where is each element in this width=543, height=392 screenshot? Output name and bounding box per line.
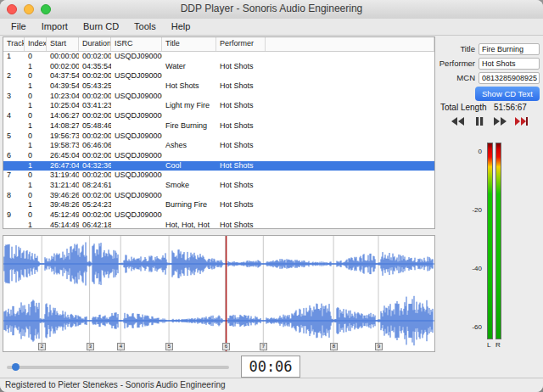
track-row[interactable]: 5019:56:7300:02:00USQDJ0900005 — [3, 132, 434, 142]
track-row[interactable]: 145:14:4906:42:18Hot, Hot, HotHot Shots — [3, 221, 434, 229]
track-row[interactable]: 3010:23:0400:02:00USQDJ0900003 — [3, 92, 434, 102]
minimize-button[interactable] — [24, 4, 34, 14]
pause-icon — [474, 116, 484, 126]
cell-performer — [216, 132, 266, 142]
cell-index: 1 — [25, 200, 47, 210]
cell-performer — [216, 111, 266, 121]
seek-slider-thumb[interactable] — [12, 363, 20, 371]
cell-duration: 00:02:00 — [79, 111, 111, 121]
cell-performer — [216, 191, 266, 201]
cell-filler — [266, 62, 434, 72]
cell-start: 26:45:04 — [47, 151, 79, 161]
menu-tools[interactable]: Tools — [126, 19, 164, 35]
cell-index: 1 — [25, 161, 47, 171]
cell-filler — [266, 200, 434, 210]
cell-track — [3, 181, 25, 191]
cell-isrc — [111, 181, 162, 191]
skip-end-button[interactable] — [513, 115, 529, 127]
track-row[interactable]: 2004:37:5400:02:00USQDJ0900002 — [3, 71, 434, 81]
show-cd-text-button[interactable]: Show CD Text — [475, 87, 540, 101]
cell-filler — [266, 111, 434, 121]
cell-track: 6 — [3, 151, 25, 161]
cell-index: 1 — [25, 181, 47, 191]
title-field[interactable]: Fire Burning — [479, 43, 540, 55]
cell-duration: 00:02:00 — [79, 171, 111, 181]
cell-performer: Hot Shots — [216, 81, 266, 92]
cell-start: 10:23:04 — [47, 92, 79, 102]
track-marker[interactable]: 9 — [375, 343, 383, 350]
column-header-duration[interactable]: Duration — [79, 37, 111, 51]
waveform-display[interactable]: 23456789 — [3, 235, 435, 352]
column-header-start[interactable]: Start — [47, 37, 79, 51]
cell-track — [3, 161, 25, 171]
cell-index: 0 — [25, 92, 47, 102]
cell-title: Ashes — [162, 141, 216, 151]
track-marker[interactable]: 6 — [222, 343, 230, 350]
maximize-button[interactable] — [41, 4, 51, 14]
cell-index: 0 — [25, 71, 47, 81]
menu-burn-cd[interactable]: Burn CD — [76, 19, 126, 35]
cell-start: 39:46:26 — [47, 191, 79, 201]
cell-filler — [266, 221, 434, 229]
track-row[interactable]: 119:58:7306:46:06AshesHot Shots — [3, 141, 434, 151]
track-marker[interactable]: 4 — [117, 343, 125, 350]
cell-track — [3, 221, 25, 229]
cell-isrc: USQDJ0900007 — [111, 171, 162, 181]
column-header-track[interactable]: Track — [3, 37, 25, 51]
cell-start: 39:48:26 — [47, 200, 79, 210]
meter-scale-label: -40 — [453, 265, 482, 272]
track-marker[interactable]: 5 — [165, 343, 173, 350]
column-header-index[interactable]: Index — [25, 37, 47, 51]
track-marker[interactable]: 7 — [260, 343, 267, 350]
column-header-isrc[interactable]: ISRC — [111, 37, 162, 51]
cell-performer — [216, 71, 266, 81]
menu-help[interactable]: Help — [164, 19, 199, 35]
close-button[interactable] — [7, 4, 17, 14]
cell-index: 0 — [25, 151, 47, 161]
track-row[interactable]: 6026:45:0400:02:00USQDJ0900006 — [3, 151, 434, 161]
cell-duration: 00:02:00 — [79, 191, 111, 201]
track-row[interactable]: 8039:46:2600:02:00USQDJ0900008 — [3, 191, 434, 201]
track-row[interactable]: 100:02:0004:35:54WaterHot Shots — [3, 62, 434, 72]
column-header-performer[interactable]: Performer — [216, 37, 266, 51]
track-marker[interactable]: 3 — [87, 343, 94, 350]
cell-title — [162, 52, 216, 62]
track-row[interactable]: 139:48:2605:24:23Burning FireHot Shots — [3, 200, 434, 210]
track-marker[interactable]: 2 — [38, 343, 46, 350]
track-row[interactable]: 1000:00:0000:02:00USQDJ0900001 — [3, 52, 434, 62]
forward-button[interactable] — [492, 115, 508, 127]
track-row[interactable]: 114:08:2705:48:46Fire BurningHot Shots — [3, 121, 434, 132]
cell-filler — [266, 132, 434, 142]
pause-button[interactable] — [471, 115, 487, 127]
cell-duration: 04:35:54 — [79, 62, 111, 72]
cell-title: Light my Fire — [162, 101, 216, 111]
track-row[interactable]: 126:47:0404:32:36CoolHot Shots — [3, 161, 434, 171]
cell-filler — [266, 71, 434, 81]
cell-start: 04:37:54 — [47, 71, 79, 81]
cell-track: 9 — [3, 210, 25, 221]
menu-file[interactable]: File — [3, 19, 34, 35]
track-row[interactable]: 131:21:4008:24:61SmokeHot Shots — [3, 181, 434, 191]
cell-performer — [216, 171, 266, 181]
seek-slider[interactable] — [7, 366, 229, 369]
rewind-button[interactable] — [450, 115, 466, 127]
cell-duration: 04:32:36 — [79, 161, 111, 171]
table-body: 1000:00:0000:02:00USQDJ0900001100:02:000… — [3, 52, 434, 229]
track-row[interactable]: 4014:06:2700:02:00USQDJ0900004 — [3, 111, 434, 121]
cell-duration: 05:48:46 — [79, 121, 111, 132]
cell-duration: 00:02:00 — [79, 92, 111, 102]
track-row[interactable]: 9045:12:4900:02:00USQDJ0900009 — [3, 210, 434, 221]
track-marker[interactable]: 8 — [330, 343, 338, 350]
cell-filler — [266, 191, 434, 201]
menu-import[interactable]: Import — [34, 19, 76, 35]
track-row[interactable]: 110:25:0403:41:23Light my FireHot Shots — [3, 101, 434, 111]
track-row[interactable]: 104:39:5405:43:25Hot ShotsHot Shots — [3, 81, 434, 92]
level-meter-right — [495, 143, 501, 339]
total-length-value: 51:56:67 — [494, 103, 527, 112]
cell-track: 4 — [3, 111, 25, 121]
performer-field[interactable]: Hot Shots — [479, 58, 540, 70]
track-row[interactable]: 7031:19:4000:02:00USQDJ0900007 — [3, 171, 434, 181]
column-header-title[interactable]: Title — [162, 37, 216, 51]
column-header-filler — [266, 37, 434, 51]
mcn-field[interactable]: 0813285908925 — [479, 72, 540, 84]
